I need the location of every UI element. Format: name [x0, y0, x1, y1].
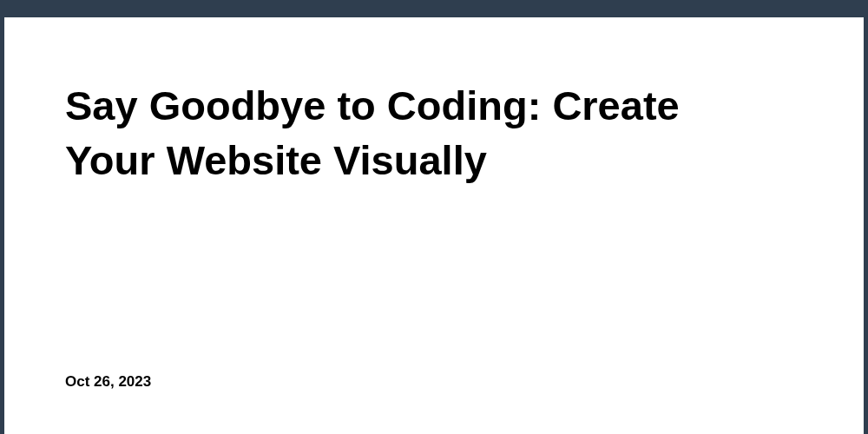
article-date: Oct 26, 2023: [65, 373, 803, 391]
article-card: Say Goodbye to Coding: Create Your Websi…: [4, 17, 864, 434]
article-title: Say Goodbye to Coding: Create Your Websi…: [65, 78, 760, 188]
